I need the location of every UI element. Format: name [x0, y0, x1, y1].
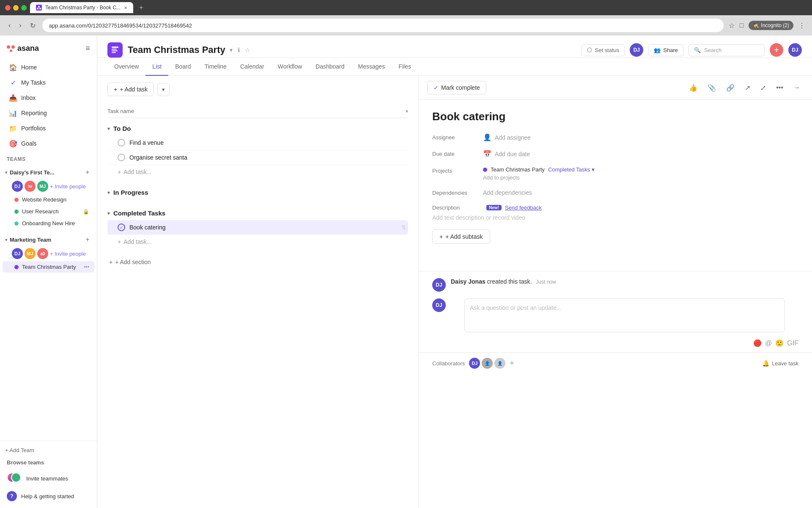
help-btn[interactable]: ? Help & getting started [0, 488, 97, 505]
section-to-do-header[interactable]: ▾ To Do [107, 121, 408, 135]
description-input[interactable]: Add text description or record video [432, 214, 798, 221]
task-book-catering-check[interactable]: ✓ [118, 224, 125, 231]
avatar-mj-marketing: MJ [25, 248, 36, 259]
dependencies-value[interactable]: Add dependencies [483, 189, 532, 196]
sidebar-item-reporting[interactable]: 📊 Reporting [3, 106, 94, 120]
minimize-window-btn[interactable] [13, 5, 19, 11]
task-organise-santa-check[interactable] [118, 154, 125, 161]
add-section-btn[interactable]: + + Add section [107, 255, 408, 269]
detail-title[interactable]: Book catering [432, 110, 798, 123]
like-btn[interactable]: 👍 [686, 82, 701, 94]
browser-tab[interactable]: Team Christmas Party - Book C... ✕ [30, 2, 133, 13]
sidebar-item-my-tasks[interactable]: ✓ My Tasks [3, 75, 94, 90]
cast-icon[interactable]: □ [740, 22, 744, 29]
project-more-icon[interactable]: ••• [84, 264, 89, 270]
attachment-btn[interactable]: 📎 [704, 82, 719, 94]
share-task-btn[interactable]: ↗ [741, 82, 754, 94]
more-actions-btn[interactable]: ••• [773, 82, 787, 93]
website-redesign-dot [14, 198, 19, 202]
team-daisy-header[interactable]: ▾ Daisy's First Te... + [0, 166, 97, 179]
url-input[interactable]: app.asana.com/0/1203277518469534/1203277… [42, 19, 724, 32]
project-dropdown-btn[interactable]: ▾ [229, 46, 233, 54]
tab-close-btn[interactable]: ✕ [124, 6, 127, 10]
sidebar-item-goals[interactable]: 🎯 Goals [3, 136, 94, 151]
comment-gif-btn[interactable]: GIF [787, 339, 798, 347]
team-marketing-add-btn[interactable]: + [83, 235, 92, 244]
assignee-value[interactable]: 👤 Add assignee [483, 133, 531, 141]
copy-link-btn[interactable]: 🔗 [723, 82, 738, 94]
task-find-venue-check[interactable] [118, 139, 125, 146]
invite-people-marketing[interactable]: + Invite people [50, 251, 86, 257]
description-feedback-link[interactable]: Send feedback [505, 204, 542, 211]
task-column-sort-icon[interactable]: ▾ [406, 108, 408, 114]
add-task-to-do[interactable]: + Add task... [107, 165, 408, 179]
comment-mention-btn[interactable]: @ [765, 339, 772, 347]
close-window-btn[interactable] [5, 5, 11, 11]
sidebar-item-reporting-label: Reporting [21, 110, 47, 116]
add-team-btn[interactable]: + Add Team [0, 444, 97, 456]
due-date-value[interactable]: 📅 Add due date [483, 150, 530, 158]
expand-btn[interactable]: ⤢ [757, 82, 769, 94]
more-options-icon[interactable]: ⋮ [798, 22, 805, 30]
new-tab-btn[interactable]: + [139, 4, 143, 11]
reload-btn[interactable]: ↻ [28, 20, 37, 31]
project-team-christmas[interactable]: Team Christmas Party ••• [3, 261, 94, 273]
forward-btn[interactable]: › [17, 20, 23, 31]
collab-add-btn[interactable]: + [510, 359, 514, 368]
add-to-projects-btn[interactable]: Add to projects [483, 174, 798, 181]
portfolios-icon: 📁 [9, 124, 17, 132]
tab-board[interactable]: Board [168, 58, 198, 76]
search-box[interactable]: 🔍 Search [689, 44, 765, 56]
projects-label: Projects [432, 166, 483, 174]
task-find-venue[interactable]: Find a venue [107, 135, 408, 150]
add-subtask-btn[interactable]: + + Add subtask [432, 229, 490, 244]
incognito-indicator[interactable]: 🕵 Incognito (2) [749, 21, 793, 30]
team-marketing-header[interactable]: ▾ Marketing Team + [0, 233, 97, 246]
global-add-btn[interactable]: + [770, 43, 783, 57]
star-icon[interactable]: ☆ [729, 22, 735, 30]
invite-teammates-btn[interactable]: Invite teammates [0, 469, 97, 488]
section-in-progress-header[interactable]: ▾ In Progress [107, 185, 408, 199]
set-status-btn[interactable]: Set status [582, 44, 625, 56]
team-daisy-add-btn[interactable]: + [83, 168, 92, 177]
add-task-completed-label: Add task... [123, 238, 151, 245]
project-section-label[interactable]: Completed Tasks ▾ [548, 166, 595, 173]
section-completed-header[interactable]: ▾ Completed Tasks [107, 206, 408, 220]
project-website-redesign[interactable]: Website Redesign [3, 194, 94, 205]
invite-people-daisy[interactable]: + Invite people [50, 183, 86, 190]
projects-value: Team Christmas Party Completed Tasks ▾ A… [483, 166, 798, 181]
comment-input[interactable]: Ask a question or post an update... [464, 298, 785, 332]
tab-overview[interactable]: Overview [107, 58, 145, 76]
comment-input-area: Ask a question or post an update... 🔴 @ … [451, 298, 798, 347]
project-user-research[interactable]: User Research 🔒 [3, 206, 94, 217]
dependencies-field: Dependencies Add dependencies [432, 189, 798, 196]
tab-messages[interactable]: Messages [351, 58, 392, 76]
tab-list[interactable]: List [145, 58, 168, 76]
comment-emoji-btn[interactable]: 🔴 [753, 339, 762, 347]
sidebar-item-home[interactable]: 🏠 Home [3, 60, 94, 75]
tab-workflow[interactable]: Workflow [271, 58, 309, 76]
tab-dashboard[interactable]: Dashboard [309, 58, 351, 76]
back-btn[interactable]: ‹ [7, 20, 12, 31]
comment-emoji2-btn[interactable]: 🙂 [775, 339, 784, 347]
sidebar-item-inbox[interactable]: 📥 Inbox [3, 91, 94, 105]
tab-timeline[interactable]: Timeline [198, 58, 233, 76]
add-task-completed[interactable]: + Add task... [107, 235, 408, 248]
share-btn[interactable]: 👥 Share [648, 44, 683, 56]
maximize-window-btn[interactable] [21, 5, 27, 11]
task-book-catering[interactable]: ✓ Book catering ⇅ [107, 220, 408, 235]
project-star-btn[interactable]: ☆ [244, 46, 251, 54]
close-detail-btn[interactable]: → [790, 82, 804, 93]
project-onboarding[interactable]: Onboarding New Hire [3, 218, 94, 229]
project-info-btn[interactable]: ℹ [237, 46, 241, 54]
sidebar-toggle-btn[interactable]: ≡ [85, 44, 90, 53]
tab-calendar[interactable]: Calendar [233, 58, 271, 76]
sidebar-item-portfolios[interactable]: 📁 Portfolios [3, 121, 94, 135]
add-task-btn[interactable]: + + Add task [107, 83, 154, 96]
add-task-dropdown-btn[interactable]: ▾ [157, 83, 170, 96]
mark-complete-btn[interactable]: ✓ Mark complete [427, 81, 486, 94]
leave-task-btn[interactable]: 🔔 Leave task [762, 360, 798, 367]
tab-files[interactable]: Files [392, 58, 418, 76]
task-organise-santa[interactable]: Organise secret santa [107, 150, 408, 165]
user-avatar-top-right[interactable]: DJ [788, 43, 802, 57]
